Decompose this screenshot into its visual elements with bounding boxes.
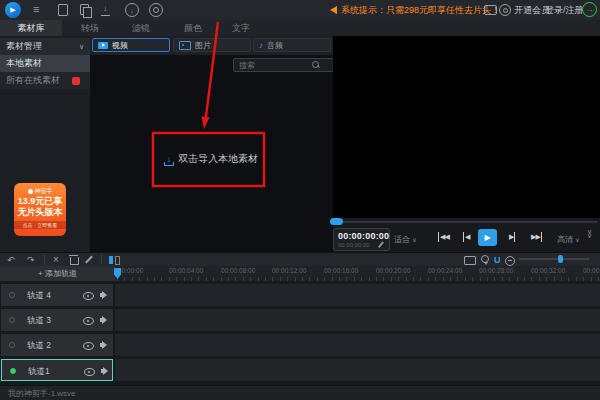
app-logo[interactable]: ▶ <box>5 2 21 18</box>
speaker-icon[interactable] <box>100 293 103 297</box>
service-icon[interactable]: → <box>582 2 597 17</box>
track-lane-1[interactable] <box>115 359 600 381</box>
seek-handle[interactable] <box>330 218 343 225</box>
image-icon <box>179 41 191 50</box>
media-type-tabs: 视频 图片 ♪ 音频 <box>90 36 333 55</box>
gear-icon[interactable] <box>499 4 511 16</box>
eye-icon[interactable] <box>84 368 95 376</box>
timecode-current: 00:00:00:00 <box>338 231 389 241</box>
ruler-label: 00:00:20:00 <box>376 267 410 274</box>
marker-icon[interactable] <box>481 255 489 263</box>
speaker-icon[interactable] <box>101 369 104 373</box>
eye-icon[interactable] <box>83 342 94 350</box>
eye-icon[interactable] <box>83 317 94 325</box>
edit-icon[interactable] <box>85 256 93 264</box>
ruler-label: 00:00:24:00 <box>428 267 462 274</box>
skip-start-button[interactable]: ◀◀ <box>438 232 449 242</box>
timeline-zoom-slider[interactable] <box>519 258 589 260</box>
speaker-icon[interactable] <box>100 343 103 347</box>
promo-line1: 13.9元已享 <box>14 196 66 207</box>
promo-line3: 点击 · 立即查看 <box>14 221 66 229</box>
system-promo-text[interactable]: 系统提示：只需298元即享任性去片头！ <box>341 5 500 15</box>
timeline-zoom-handle[interactable] <box>558 255 563 263</box>
ruler-label: 00:00:32:00 <box>531 267 565 274</box>
track-radio[interactable] <box>9 292 15 298</box>
track-radio[interactable] <box>9 317 15 323</box>
tab-transition[interactable]: 转场 <box>81 20 99 36</box>
search-icon[interactable] <box>312 61 319 68</box>
timeline-tracks: 轨道 4 轨道 3 轨道 2 轨道1 <box>0 281 600 385</box>
track-lane-4[interactable] <box>115 284 600 306</box>
promo-card[interactable]: 神剪手 13.9元已享 无片头版本 点击 · 立即查看 <box>14 183 66 236</box>
sidebar-item-online[interactable]: 所有在线素材 <box>0 72 90 89</box>
video-icon <box>98 42 108 49</box>
download-icon[interactable]: ↓ <box>125 3 139 17</box>
split-clip-icon[interactable] <box>109 256 119 264</box>
track-radio[interactable] <box>9 342 15 348</box>
tab-audio[interactable]: ♪ 音频 <box>253 38 331 52</box>
ruler-label: 00:00:12:00 <box>272 267 306 274</box>
track-radio-active[interactable] <box>10 368 16 374</box>
preview-screen[interactable] <box>333 36 600 218</box>
track-lane-2[interactable] <box>115 334 600 356</box>
next-frame-button[interactable]: ▶ <box>509 232 515 242</box>
seek-bar[interactable] <box>333 221 597 223</box>
ruler-label: 00:00:08:00 <box>221 267 255 274</box>
cut-icon[interactable]: × <box>53 254 59 266</box>
hot-badge <box>72 77 80 85</box>
track-header-2[interactable]: 轨道 2 <box>1 334 113 356</box>
music-note-icon: ♪ <box>259 41 263 50</box>
delete-icon[interactable] <box>70 257 79 265</box>
track-header-4[interactable]: 轨道 4 <box>1 284 113 306</box>
eye-icon[interactable] <box>83 292 94 300</box>
prev-frame-button[interactable]: ◀ <box>463 232 469 242</box>
skip-end-button[interactable]: ▶▶ <box>531 232 542 242</box>
chevron-down-icon: ∨ <box>575 237 579 243</box>
collapse-preview-button[interactable]: ∨∨ <box>587 230 592 238</box>
search-input[interactable] <box>233 58 342 72</box>
tab-image[interactable]: 图片 <box>173 38 251 52</box>
tab-color[interactable]: 颜色 <box>184 20 202 36</box>
track-header-1-selected[interactable]: 轨道1 <box>1 359 113 381</box>
tab-filter[interactable]: 滤镜 <box>132 20 150 36</box>
new-file-icon[interactable] <box>58 4 68 16</box>
material-manage-row[interactable]: 素材管理 ∨ <box>0 38 90 55</box>
project-icon[interactable] <box>80 4 89 15</box>
import-download-icon: ↓ <box>165 154 174 166</box>
chevron-down-icon: ∨ <box>79 43 84 51</box>
tab-library[interactable]: 素材库 <box>0 20 62 36</box>
message-icon[interactable] <box>484 5 497 15</box>
edit-timecode-icon[interactable] <box>378 241 384 247</box>
library-sidebar: 素材管理 ∨ 本地素材 所有在线素材 神剪手 13.9元已享 无片头版本 点击 … <box>0 36 90 252</box>
redo-icon[interactable]: ↷ <box>27 254 35 266</box>
track-lane-3[interactable] <box>115 309 600 331</box>
megaphone-icon <box>330 6 337 14</box>
fit-dropdown[interactable]: 适合 ∨ <box>394 234 417 245</box>
undo-icon[interactable]: ↶ <box>7 254 15 266</box>
speaker-icon[interactable] <box>100 318 103 322</box>
settings-icon[interactable] <box>149 3 163 17</box>
tab-text[interactable]: 文字 <box>232 20 250 36</box>
zoom-out-icon[interactable] <box>505 256 515 266</box>
chevron-down-icon: ∨ <box>412 237 416 243</box>
keyboard-icon[interactable] <box>464 256 476 265</box>
magnet-icon[interactable]: U <box>494 254 501 266</box>
project-name: 我的神剪手-1.wsve <box>8 388 76 399</box>
sidebar-item-local[interactable]: 本地素材 <box>0 55 90 72</box>
import-icon[interactable]: ↓ <box>101 4 110 16</box>
status-bar: 我的神剪手-1.wsve <box>0 385 600 400</box>
play-button[interactable]: ▶ <box>478 229 497 246</box>
import-dropzone[interactable]: ↓双击导入本地素材 <box>90 152 333 166</box>
title-bar: ▶ ≡ ↓ ↓ 系统提示：只需298元即享任性去片头！ 开通会员 登录/注册 → <box>0 0 600 21</box>
quality-dropdown[interactable]: 高清 ∨ <box>557 234 580 245</box>
app-window: ▶ ≡ ↓ ↓ 系统提示：只需298元即享任性去片头！ 开通会员 登录/注册 →… <box>0 0 600 400</box>
timeline-ruler[interactable]: 00:00:00 00:00:04:00 00:00:08:00 00:00:1… <box>115 266 600 281</box>
ruler-label: 00:00:16:00 <box>324 267 358 274</box>
login-button[interactable]: 登录/注册 <box>545 5 584 15</box>
tab-video[interactable]: 视频 <box>92 38 170 52</box>
track-header-3[interactable]: 轨道 3 <box>1 309 113 331</box>
media-panel: 视频 图片 ♪ 音频 ↓双击导入本地素材 <box>90 36 333 252</box>
timecode-box[interactable]: 00:00:00:00 00:00:00:00 <box>333 228 390 251</box>
menu-icon[interactable]: ≡ <box>33 4 39 15</box>
add-track-button[interactable]: + 添加轨道 <box>0 266 116 281</box>
